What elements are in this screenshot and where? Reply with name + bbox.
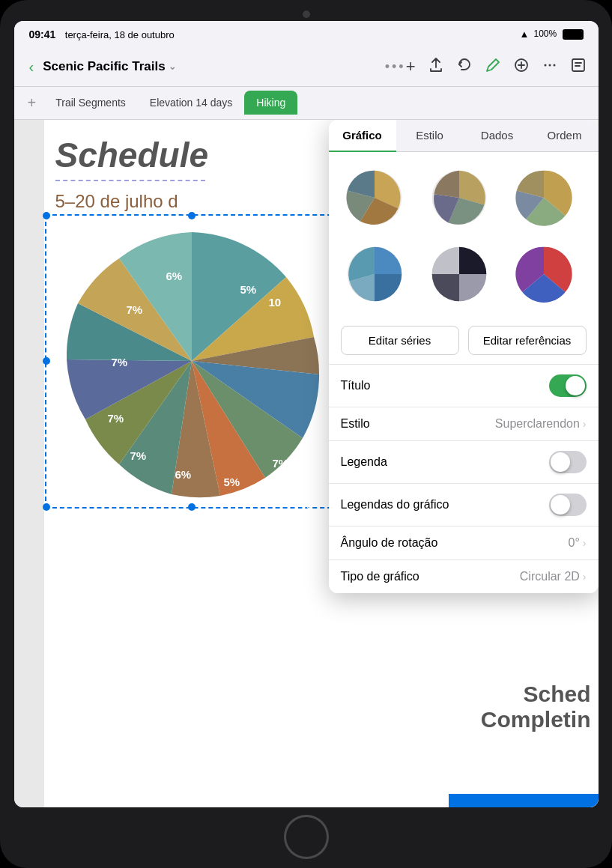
more-button[interactable] (542, 57, 558, 77)
format-button[interactable] (513, 57, 530, 77)
estilo-row[interactable]: Estilo Superclarendon › (329, 407, 599, 440)
tipo-grafico-label: Tipo de gráfico (341, 570, 419, 583)
back-button[interactable]: ‹ (26, 55, 37, 79)
chart-styles-grid (329, 152, 599, 320)
status-time: 09:41 terça-feira, 18 de outubro (29, 28, 175, 41)
chart-style-4[interactable] (341, 240, 408, 308)
add-button[interactable]: + (406, 57, 416, 76)
toolbar-dots: ••• (385, 59, 406, 75)
pie-label-7a: 7% (127, 303, 143, 316)
angulo-row[interactable]: Ângulo de rotação 0° › (329, 526, 599, 559)
angulo-value: 0° › (569, 536, 587, 550)
title-chevron-icon: ⌄ (169, 61, 176, 72)
tipo-grafico-chevron-icon: › (583, 571, 587, 583)
tipo-grafico-value: Circular 2D › (520, 570, 587, 583)
legenda-toggle[interactable] (549, 451, 587, 473)
annotation-button[interactable] (485, 57, 501, 77)
chart-style-3[interactable] (510, 164, 578, 231)
pie-label-10: 10 (269, 296, 282, 309)
estilo-chevron-icon: › (583, 418, 587, 430)
svg-point-2 (548, 64, 551, 66)
format-panel: Gráfico Estilo Dados Ordem (329, 120, 599, 593)
pie-label-7d: 7% (130, 449, 147, 462)
estilo-value: Superclarendon › (495, 417, 587, 431)
chart-style-6[interactable] (510, 240, 578, 308)
legenda-toggle-knob (551, 452, 570, 472)
home-button[interactable] (284, 815, 329, 859)
format-tabs: Gráfico Estilo Dados Ordem (329, 120, 599, 152)
undo-button[interactable] (456, 57, 473, 77)
tab-trail-segments[interactable]: Trail Segments (43, 91, 138, 115)
legendas-grafico-row: Legendas do gráfico (329, 483, 599, 526)
angulo-chevron-icon: › (583, 537, 587, 549)
top-sensor (303, 10, 310, 18)
toolbar-center: ••• (385, 59, 406, 75)
tab-grafico[interactable]: Gráfico (329, 120, 396, 152)
edit-buttons: Editar séries Editar referências (329, 320, 599, 364)
tab-dados[interactable]: Dados (464, 120, 531, 151)
chart-style-2[interactable] (425, 164, 493, 231)
svg-rect-4 (572, 59, 584, 71)
pie-label-5a: 5% (240, 283, 257, 296)
pie-label-7c: 7% (108, 412, 124, 425)
legendas-grafico-toggle[interactable] (549, 494, 587, 516)
pie-label-6a: 6% (166, 270, 183, 282)
legendas-grafico-toggle-knob (551, 495, 570, 515)
add-tab-button[interactable]: + (20, 94, 44, 112)
pie-label-7e: 7% (273, 457, 289, 470)
toolbar-right: + (406, 57, 587, 77)
legenda-label: Legenda (341, 455, 387, 469)
document-title: Scenic Pacific Trails ⌄ (43, 59, 175, 74)
tab-ordem[interactable]: Ordem (531, 120, 599, 151)
tab-estilo[interactable]: Estilo (396, 120, 464, 151)
notes-button[interactable] (570, 57, 587, 77)
main-toolbar: ‹ Scenic Pacific Trails ⌄ ••• + (14, 48, 599, 87)
share-button[interactable] (428, 57, 444, 77)
titulo-row: Título (329, 364, 599, 407)
tabs-row: + Trail Segments Elevation 14 days Hikin… (14, 87, 599, 120)
chart-style-5[interactable] (425, 240, 493, 308)
pie-label-5b: 5% (224, 476, 240, 488)
chart-style-1[interactable] (341, 164, 408, 231)
svg-point-3 (553, 64, 555, 66)
pie-label-6b: 6% (175, 468, 192, 481)
pie-chart[interactable] (48, 217, 336, 506)
angulo-label: Ângulo de rotação (341, 536, 438, 550)
svg-point-1 (544, 64, 546, 66)
edit-refs-button[interactable]: Editar referências (468, 326, 587, 355)
doc-right-text: Sched Completin (481, 682, 591, 732)
header-underline (55, 180, 205, 181)
edit-series-button[interactable]: Editar séries (341, 326, 459, 355)
battery-indicator: 100% (533, 28, 583, 40)
titulo-toggle-knob (566, 376, 585, 395)
tipo-grafico-row[interactable]: Tipo de gráfico Circular 2D › (329, 559, 599, 593)
ipad-frame: 09:41 terça-feira, 18 de outubro ▲ 100% … (0, 0, 612, 868)
tab-elevation[interactable]: Elevation 14 days (138, 91, 245, 115)
pie-label-7g: 7% (295, 498, 312, 511)
tab-hiking[interactable]: Hiking (244, 91, 297, 115)
legenda-row: Legenda (329, 440, 599, 483)
content-area: Schedule 5–20 de julho d (14, 120, 599, 808)
titulo-label: Título (341, 379, 371, 392)
toolbar-left: ‹ Scenic Pacific Trails ⌄ (26, 55, 385, 79)
doc-subtitle: 5–20 de julho d (55, 191, 178, 212)
pie-label-7b: 7% (112, 356, 128, 368)
wifi-icon: ▲ (520, 28, 530, 40)
screen: 09:41 terça-feira, 18 de outubro ▲ 100% … (14, 21, 599, 808)
doc-header: Schedule (55, 135, 209, 175)
titulo-toggle[interactable] (549, 374, 587, 397)
status-bar: 09:41 terça-feira, 18 de outubro ▲ 100% (14, 21, 599, 48)
pie-label-7f: 7% (306, 431, 323, 443)
legendas-grafico-label: Legendas do gráfico (341, 498, 449, 512)
bottom-bar (449, 794, 599, 807)
estilo-label: Estilo (341, 417, 370, 431)
status-indicators: ▲ 100% (520, 28, 584, 40)
